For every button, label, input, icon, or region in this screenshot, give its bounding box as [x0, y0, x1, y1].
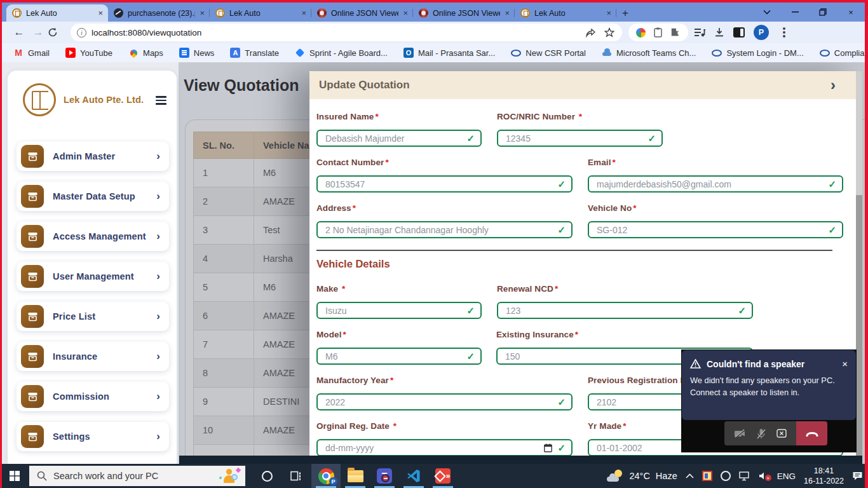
- bookmark-item[interactable]: YouTube: [65, 48, 112, 58]
- calendar-icon[interactable]: [544, 444, 552, 452]
- volume-muted-icon[interactable]: ×: [759, 471, 769, 480]
- sidebar-item-commission[interactable]: Commission ›: [17, 382, 169, 411]
- task-view-icon[interactable]: [290, 471, 301, 481]
- tray-expand-chevron-icon[interactable]: [686, 473, 694, 478]
- extensions-puzzle-icon[interactable]: [670, 27, 681, 37]
- bookmark-item[interactable]: New CSR Portal: [511, 48, 586, 58]
- email-input[interactable]: majumderdebasish50@gmail.com ✓: [588, 175, 843, 193]
- browser-tab[interactable]: Lek Auto ×: [210, 4, 311, 22]
- tab-close-icon[interactable]: ×: [403, 8, 408, 18]
- new-tab-button[interactable]: +: [616, 4, 634, 22]
- minimize-button[interactable]: [781, 3, 809, 22]
- tab-close-icon[interactable]: ×: [606, 8, 611, 18]
- bookmark-label: YouTube: [80, 48, 112, 58]
- make-input[interactable]: Isuzu ✓: [316, 302, 482, 319]
- photos-extension-icon[interactable]: [636, 28, 646, 37]
- sidebar-item-access-management[interactable]: Access Management ›: [17, 222, 169, 251]
- valid-check-icon: ✓: [557, 442, 566, 454]
- close-window-control-icon[interactable]: [776, 429, 787, 438]
- maximize-button[interactable]: [809, 3, 837, 22]
- sidebar-toggle-icon[interactable]: [156, 95, 166, 105]
- input-value: 01-01-2002: [597, 443, 642, 453]
- insured-name-input[interactable]: Debasish Majumder ✓: [316, 130, 482, 147]
- bookmark-item[interactable]: System Login - DM...: [712, 48, 803, 58]
- tab-search-chevron-icon[interactable]: [753, 3, 781, 22]
- browser-tab[interactable]: Online JSON Viewer ×: [413, 4, 515, 22]
- sidebar-item-user-management[interactable]: User Management ›: [17, 262, 169, 291]
- close-window-button[interactable]: ×: [837, 3, 865, 22]
- taskbar-redapp[interactable]: [428, 464, 458, 488]
- bookmark-favicon: [511, 48, 521, 58]
- camera-off-icon[interactable]: [734, 429, 746, 438]
- orginal-reg-date-input[interactable]: dd-mm-yyyy ✓: [316, 439, 573, 456]
- model-input[interactable]: M6 ✓: [316, 348, 482, 365]
- scrollbar-thumb[interactable]: [856, 71, 862, 195]
- taskbar-clock[interactable]: 18:41 16-11-2022: [804, 466, 844, 487]
- bookmark-item[interactable]: Mail - Prasanta Sar...: [403, 48, 495, 58]
- bookmark-item[interactable]: News: [179, 48, 215, 58]
- network-icon[interactable]: [739, 471, 750, 481]
- mic-off-icon[interactable]: [757, 428, 766, 439]
- chevron-right-icon: ›: [156, 190, 160, 203]
- site-info-icon[interactable]: i: [77, 28, 86, 37]
- bookmark-favicon: [820, 48, 830, 58]
- browser-tab[interactable]: Lek Auto ×: [515, 4, 616, 22]
- cortana-icon[interactable]: [262, 471, 273, 482]
- browser-tab[interactable]: purchasenote (23).pdf ×: [108, 4, 210, 22]
- bookmark-star-icon[interactable]: [604, 27, 614, 37]
- sidebar-item-insurance[interactable]: Insurance ›: [17, 342, 169, 371]
- clipboard-extension-icon[interactable]: [654, 27, 662, 37]
- address-input[interactable]: 2 No Netajinagar Chandannagar Hooghly ✓: [316, 221, 573, 238]
- notification-close-icon[interactable]: ×: [842, 358, 848, 369]
- sidebar-item-master-data-setup[interactable]: Master Data Setup ›: [17, 182, 169, 211]
- tab-close-icon[interactable]: ×: [200, 8, 205, 18]
- tab-close-icon[interactable]: ×: [98, 8, 103, 18]
- field-label: Orginal Reg. Date: [316, 421, 573, 431]
- hang-up-button[interactable]: [796, 421, 827, 445]
- start-button[interactable]: [0, 464, 29, 488]
- tray-ring-icon[interactable]: [721, 471, 731, 481]
- bookmark-item[interactable]: ComplianceDocum...: [820, 48, 868, 58]
- tray-app-icon[interactable]: [702, 471, 712, 481]
- panel-collapse-chevron-icon[interactable]: ›: [831, 78, 836, 93]
- manufactory-year-input[interactable]: 2022 ✓: [316, 393, 573, 410]
- menu-archive-icon: [21, 145, 44, 168]
- media-list-icon[interactable]: [695, 28, 705, 37]
- back-button[interactable]: ←: [10, 26, 29, 39]
- taskbar-search[interactable]: Search work and your PC: [29, 466, 245, 486]
- contact-number-input[interactable]: 80153547 ✓: [316, 175, 573, 193]
- language-indicator[interactable]: ENG: [777, 471, 796, 481]
- bookmark-item[interactable]: Microsoft Teams Ch...: [602, 48, 696, 58]
- address-bar[interactable]: i localhost:8080/viewquotation: [71, 24, 622, 41]
- bookmark-item[interactable]: Gmail: [13, 48, 50, 58]
- vehicle-no-input[interactable]: SG-012 ✓: [588, 221, 843, 238]
- taskbar-teams[interactable]: [370, 464, 399, 488]
- sidebar-item-settings[interactable]: Settings ›: [17, 422, 169, 451]
- profile-avatar[interactable]: P: [754, 25, 769, 40]
- bookmark-item[interactable]: Translate: [230, 48, 279, 58]
- share-icon[interactable]: [585, 28, 595, 37]
- weather-widget[interactable]: 24°C Haze: [607, 470, 677, 482]
- action-center-icon[interactable]: [852, 471, 863, 481]
- tab-close-icon[interactable]: ×: [505, 8, 510, 18]
- browser-menu-icon[interactable]: [783, 31, 785, 34]
- tab-close-icon[interactable]: ×: [301, 8, 306, 18]
- taskbar-chrome[interactable]: P: [311, 464, 341, 488]
- bookmark-item[interactable]: Sprint - Agile Board...: [295, 48, 388, 58]
- panel-scrollbar[interactable]: [856, 71, 862, 464]
- sidebar-item-admin-master[interactable]: Admin Master ›: [17, 142, 169, 171]
- browser-tab[interactable]: Online JSON Viewer ×: [311, 4, 413, 22]
- forward-button[interactable]: →: [29, 26, 48, 39]
- tab-title: Lek Auto: [534, 9, 602, 18]
- reload-button[interactable]: [48, 27, 67, 37]
- taskbar-vscode[interactable]: [399, 464, 428, 488]
- downloads-icon[interactable]: [714, 27, 724, 37]
- sidebar-item-price-list[interactable]: Price List ›: [17, 302, 169, 331]
- roc-nric-input[interactable]: 12345 ✓: [497, 130, 663, 147]
- side-panel-icon[interactable]: [733, 27, 745, 37]
- url-text[interactable]: localhost:8080/viewquotation: [92, 28, 580, 37]
- browser-tab[interactable]: Lek Auto ×: [6, 4, 108, 22]
- renewal-ncd-input[interactable]: 123 ✓: [497, 302, 753, 319]
- bookmark-item[interactable]: Maps: [128, 48, 163, 58]
- taskbar-file-explorer[interactable]: [341, 464, 370, 488]
